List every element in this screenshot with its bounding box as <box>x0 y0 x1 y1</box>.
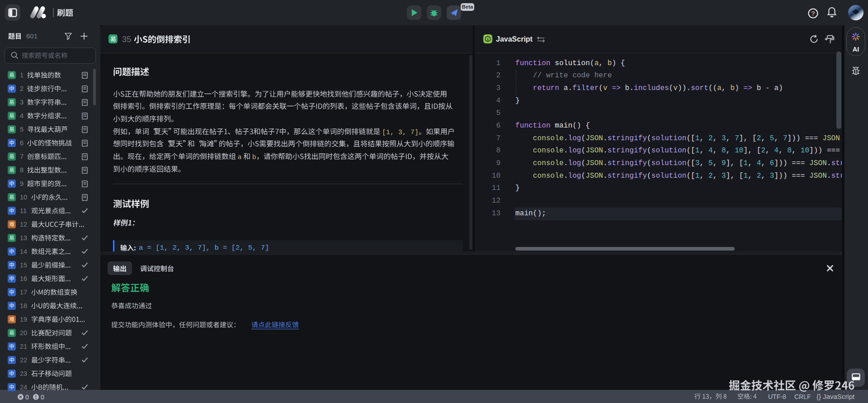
svg-text:?: ? <box>811 10 815 17</box>
